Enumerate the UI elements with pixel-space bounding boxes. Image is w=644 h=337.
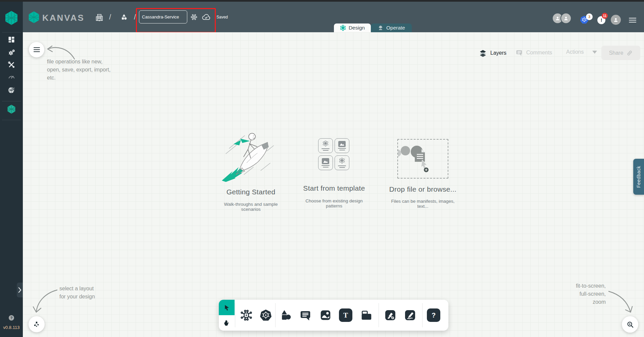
- sidebar-expand-button[interactable]: [17, 283, 23, 297]
- layout-button[interactable]: [29, 316, 45, 332]
- share-link-icon: [627, 50, 633, 56]
- workspace-icon[interactable]: [119, 13, 129, 22]
- card-subtitle: Files can be manifests, images, text...: [386, 199, 460, 209]
- kubernetes-wheel-icon: [259, 308, 273, 322]
- hand-icon: [223, 319, 231, 327]
- sidebar-divider: [2, 120, 21, 120]
- canvas-menu-button[interactable]: [29, 42, 44, 57]
- layout-annotation: select a layout for your design: [59, 285, 95, 301]
- freehand-tool[interactable]: [403, 308, 417, 323]
- drop-zone[interactable]: [397, 139, 448, 179]
- sidebar-divider: [2, 32, 21, 33]
- cursor-icon: [223, 304, 230, 311]
- template-tile-design-icon: [318, 138, 333, 153]
- shapes-tool[interactable]: [279, 308, 293, 323]
- template-tile-design-icon: [335, 155, 349, 170]
- sidebar-divider: [2, 101, 21, 101]
- menu-icon[interactable]: [629, 16, 636, 24]
- operate-person-icon: [378, 25, 384, 31]
- card-subtitle: Choose from existing design patterns: [301, 198, 367, 208]
- actions-dropdown[interactable]: Actions: [566, 49, 597, 55]
- pan-tool[interactable]: [219, 315, 235, 331]
- kubernetes-context-badge: 3: [586, 13, 593, 20]
- left-sidebar: ? v0.8.113: [0, 2, 23, 337]
- feedback-tab[interactable]: Feedback: [633, 159, 644, 195]
- environment-icon[interactable]: [190, 13, 198, 21]
- template-tile-image-icon: [335, 138, 349, 153]
- notification-badge: 11: [602, 13, 608, 19]
- cloud-save-icon[interactable]: [201, 12, 211, 22]
- file-ops-annotation: file operations like new, open, save, ex…: [47, 58, 110, 82]
- pen-tool[interactable]: [383, 308, 398, 323]
- breadcrumb-separator: /: [109, 13, 111, 21]
- tab-operate[interactable]: Operate: [371, 23, 412, 32]
- text-tool[interactable]: T: [339, 308, 352, 322]
- design-spiral-icon: [340, 25, 346, 31]
- zoom-button[interactable]: [622, 316, 638, 333]
- section-icon: [360, 309, 373, 322]
- getting-started-card[interactable]: Getting Started Walk-throughs and sample…: [215, 130, 287, 212]
- collaborator-avatar[interactable]: [560, 13, 572, 24]
- component-chip-icon: [240, 309, 253, 322]
- sidebar-item-lifecycle[interactable]: [0, 47, 23, 57]
- comment-icon: [299, 309, 311, 321]
- canvas-toolbar: T ?: [219, 300, 448, 331]
- chevron-down-icon: [592, 51, 597, 54]
- kubernetes-tool[interactable]: [258, 308, 273, 323]
- comment-tool[interactable]: [298, 308, 313, 323]
- start-from-template-card[interactable]: Start from template Choose from existing…: [301, 130, 367, 208]
- drop-file-illustration: [398, 140, 448, 178]
- feedback-label: Feedback: [636, 166, 641, 188]
- sidebar-item-performance[interactable]: [0, 71, 23, 82]
- layers-icon: [479, 49, 487, 57]
- tab-design[interactable]: Design: [334, 23, 371, 32]
- design-name-input[interactable]: [139, 10, 187, 23]
- view-controls-arrow: [607, 288, 635, 316]
- organization-icon[interactable]: [95, 13, 104, 22]
- zoom-in-icon: [626, 321, 634, 329]
- comments-label: Comments: [526, 50, 552, 56]
- share-label: Share: [609, 50, 624, 56]
- card-title: Start from template: [301, 184, 367, 192]
- template-tile-image-icon: [318, 155, 333, 170]
- toolbar-divider: [275, 303, 276, 327]
- app-header: KANVAS / / Saved 3 ! 11: [0, 2, 644, 32]
- drop-file-card[interactable]: Drop file or browse... Files can be mani…: [386, 130, 460, 209]
- toolbar-divider: [379, 303, 379, 327]
- view-controls-annotation: fit-to-screen, full-screen, zoom: [555, 282, 606, 306]
- layout-icon: [33, 320, 41, 328]
- card-subtitle: Walk-throughs and sample scenarios: [215, 202, 287, 212]
- tab-design-label: Design: [349, 25, 365, 31]
- layout-arrow: [32, 286, 62, 316]
- collaborator-avatars[interactable]: [552, 13, 572, 24]
- kanvas-app: KANVAS / / Saved 3 ! 11: [0, 0, 644, 337]
- kanvas-logo-icon: [28, 11, 40, 23]
- meshery-logo[interactable]: [5, 10, 18, 25]
- template-tiles: [318, 138, 350, 170]
- rocket-illustration: [219, 130, 283, 183]
- card-title: Drop file or browse...: [386, 185, 460, 193]
- image-icon: [319, 309, 332, 322]
- profile-avatar[interactable]: [611, 15, 621, 25]
- comments-icon: [515, 49, 523, 56]
- section-tool[interactable]: [359, 308, 374, 323]
- sidebar-item-kanvas[interactable]: [0, 104, 23, 114]
- breadcrumb-separator: /: [134, 13, 136, 21]
- select-tool[interactable]: [219, 300, 235, 315]
- sidebar-item-toolbox[interactable]: [0, 60, 23, 70]
- pencil-icon: [403, 308, 417, 322]
- version-label: v0.8.113: [0, 325, 23, 330]
- comments-button[interactable]: Comments: [515, 49, 552, 56]
- component-tool[interactable]: [239, 308, 254, 323]
- toolbar-help-tool[interactable]: ?: [427, 308, 440, 322]
- save-status: Saved: [216, 15, 228, 19]
- sidebar-item-dashboard[interactable]: [0, 35, 23, 45]
- help-button[interactable]: ?: [9, 315, 14, 321]
- share-button[interactable]: Share: [601, 46, 640, 60]
- pen-icon: [384, 308, 397, 322]
- sidebar-item-extensions[interactable]: [0, 85, 23, 95]
- layers-button[interactable]: Layers: [479, 49, 506, 57]
- card-title: Getting Started: [215, 188, 287, 196]
- image-tool[interactable]: [318, 308, 333, 323]
- brand-name: KANVAS: [42, 13, 85, 23]
